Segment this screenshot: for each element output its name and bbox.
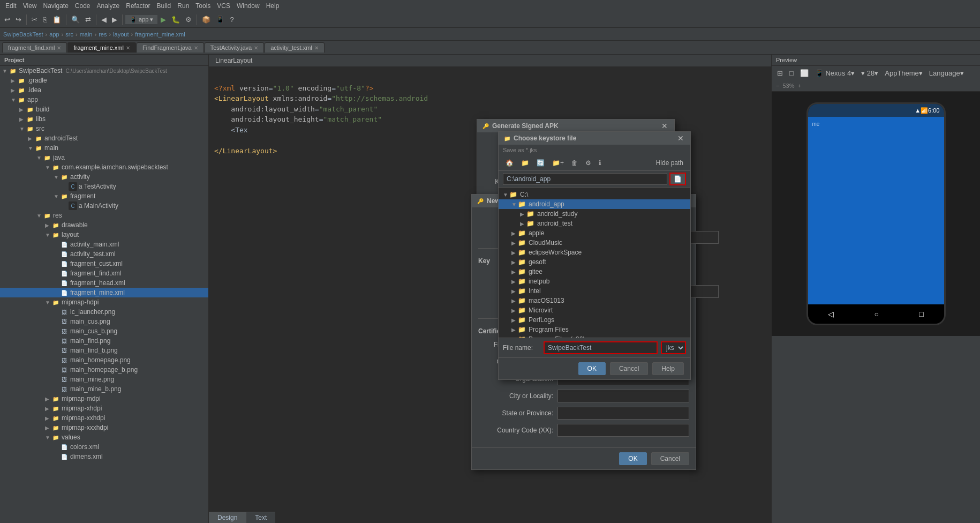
sidebar-item-main-find[interactable]: 🖼 main_find.png: [0, 336, 208, 346]
file-tree-perflogs[interactable]: ▶ 📁 PerfLogs: [499, 315, 690, 325]
sidebar-item-ic-launcher[interactable]: 🖼 ic_launcher.png: [0, 307, 208, 317]
sidebar-item-fragment-mine[interactable]: 📄 fragment_mine.xml: [0, 288, 208, 297]
toolbar-cut[interactable]: ✂: [29, 14, 40, 25]
sidebar-item-main-mine-b[interactable]: 🖼 main_mine_b.png: [0, 384, 208, 394]
preview-grid-btn[interactable]: ⊞: [775, 68, 785, 78]
toolbar-avd[interactable]: 📱: [214, 14, 227, 25]
file-toolbar-settings[interactable]: ⚙: [583, 158, 594, 168]
sidebar-item-activity-folder[interactable]: ▼ 📁 activity: [0, 172, 208, 182]
sidebar-item-layout[interactable]: ▼ 📁 layout: [0, 230, 208, 240]
choosefile-cancel-button[interactable]: Cancel: [610, 362, 648, 375]
toolbar-forward[interactable]: ▶: [110, 14, 119, 25]
sidebar-item-gradle[interactable]: ▶ 📁 .gradle: [0, 76, 208, 85]
breadcrumb-src[interactable]: src: [65, 31, 73, 38]
nav-recent-icon[interactable]: □: [919, 310, 923, 318]
menu-view[interactable]: View: [20, 1, 40, 11]
sidebar-item-activity-main[interactable]: 📄 activity_main.xml: [0, 240, 208, 249]
menu-tools[interactable]: Tools: [192, 1, 214, 11]
tab-test-activity[interactable]: TestActivity.java ✕: [205, 42, 264, 53]
tab-close-activity-test[interactable]: ✕: [314, 45, 319, 51]
sidebar-item-testactivity[interactable]: C a TestActivity: [0, 182, 208, 191]
toolbar-redo[interactable]: ↪: [13, 14, 24, 25]
file-toolbar-folder[interactable]: 📁: [518, 158, 532, 168]
file-tree-root[interactable]: ▼ 📁 C:\: [499, 190, 690, 199]
sidebar-item-main-homepage[interactable]: 🖼 main_homepage.png: [0, 355, 208, 365]
preview-api-select[interactable]: ▾ 28▾: [859, 68, 880, 78]
menu-vcs[interactable]: VCS: [214, 1, 233, 11]
menu-run[interactable]: Run: [174, 1, 192, 11]
sidebar-item-main-homepage-b[interactable]: 🖼 main_homepage_b.png: [0, 365, 208, 375]
toolbar-help[interactable]: ?: [228, 14, 236, 25]
file-tree-android-app[interactable]: ▼ 📁 android_app: [499, 199, 690, 209]
file-toolbar-new-folder[interactable]: 📁+: [549, 158, 567, 168]
file-toolbar-home[interactable]: 🏠: [503, 158, 516, 168]
sidebar-item-java[interactable]: ▼ 📁 java: [0, 153, 208, 162]
sidebar-item-main-cus[interactable]: 🖼 main_cus.png: [0, 317, 208, 326]
breadcrumb-app[interactable]: app: [49, 31, 59, 38]
sidebar-item-main-cus-b[interactable]: 🖼 main_cus_b.png: [0, 326, 208, 336]
file-path-input[interactable]: [503, 173, 667, 185]
toolbar-find[interactable]: 🔍: [69, 14, 82, 25]
file-tree-macos[interactable]: ▶ 📁 macOS1013: [499, 296, 690, 305]
choosefile-help-button[interactable]: Help: [652, 362, 684, 375]
menu-edit[interactable]: Edit: [2, 1, 20, 11]
toolbar-debug[interactable]: 🐛: [169, 14, 182, 25]
sidebar-item-drawable[interactable]: ▶ 📁 drawable: [0, 220, 208, 230]
menu-analyze[interactable]: Analyze: [94, 1, 123, 11]
sidebar-item-values[interactable]: ▼ 📁 values: [0, 432, 208, 442]
sidebar-item-colors[interactable]: 📄 colors.xml: [0, 442, 208, 452]
file-tree-program-files[interactable]: ▶ 📁 Program Files: [499, 325, 690, 334]
sidebar-item-fragment-folder[interactable]: ▼ 📁 fragment: [0, 191, 208, 201]
sidebar-item-fragment-cust[interactable]: 📄 fragment_cust.xml: [0, 259, 208, 268]
toolbar-undo[interactable]: ↩: [2, 14, 12, 25]
preview-landscape-btn[interactable]: ⬜: [798, 68, 811, 78]
apk-dialog-close[interactable]: ✕: [659, 122, 670, 130]
file-tree-android-test[interactable]: ▶ 📁 android_test: [499, 219, 690, 228]
menu-navigate[interactable]: Navigate: [40, 1, 71, 11]
tab-close-test-activity[interactable]: ✕: [254, 45, 258, 51]
file-path-browse[interactable]: 📄: [669, 173, 686, 185]
choosefile-close[interactable]: ✕: [675, 134, 686, 143]
state-input[interactable]: [557, 407, 689, 420]
tab-fragment-mine[interactable]: fragment_mine.xml ✕: [67, 42, 136, 53]
sidebar-item-app[interactable]: ▼ 📁 app: [0, 95, 208, 104]
tab-find-fragment[interactable]: FindFragment.java ✕: [137, 42, 204, 53]
toolbar-app-config[interactable]: 📱 app ▾: [125, 15, 157, 24]
menu-build[interactable]: Build: [154, 1, 175, 11]
preview-language-select[interactable]: Language▾: [927, 68, 966, 78]
tab-text[interactable]: Text: [246, 512, 275, 523]
sidebar-item-build[interactable]: ▶ 📁 build: [0, 104, 208, 114]
menu-window[interactable]: Window: [233, 1, 263, 11]
sidebar-item-idea[interactable]: ▶ 📁 .idea: [0, 85, 208, 95]
tab-close-find-fragment[interactable]: ✕: [194, 45, 198, 51]
sidebar-item-mainactivity[interactable]: C a MainActivity: [0, 201, 208, 211]
new-key-ok-button[interactable]: OK: [619, 452, 646, 465]
sidebar-item-mipmap-mdpi[interactable]: ▶ 📁 mipmap-mdpi: [0, 394, 208, 404]
breadcrumb-file[interactable]: fragment_mine.xml: [135, 31, 185, 38]
breadcrumb-main[interactable]: main: [80, 31, 93, 38]
sidebar-item-mipmap-xxhdpi[interactable]: ▶ 📁 mipmap-xxhdpi: [0, 413, 208, 423]
sidebar-item-res[interactable]: ▼ 📁 res: [0, 211, 208, 220]
choose-keystore-dialog[interactable]: 📁 Choose keystore file ✕ Save as *.jks 🏠…: [498, 131, 691, 380]
sidebar-item-mipmap-xxxhdpi[interactable]: ▶ 📁 mipmap-xxxhdpi: [0, 423, 208, 432]
file-tree-intel[interactable]: ▶ 📁 Intel: [499, 286, 690, 296]
file-ext-select[interactable]: jks: [661, 341, 686, 354]
toolbar-paste[interactable]: 📋: [50, 14, 63, 25]
file-toolbar-refresh[interactable]: 🔄: [534, 158, 547, 168]
sidebar-item-dimens[interactable]: 📄 dimens.xml: [0, 452, 208, 461]
toolbar-run[interactable]: ▶: [159, 14, 168, 25]
choosefile-ok-button[interactable]: OK: [578, 362, 606, 375]
file-toolbar-delete[interactable]: 🗑: [569, 158, 581, 168]
sidebar-item-main[interactable]: ▼ 📁 main: [0, 143, 208, 153]
preview-theme-select[interactable]: AppTheme▾: [883, 68, 925, 78]
breadcrumb-res[interactable]: res: [99, 31, 107, 38]
toolbar-back[interactable]: ◀: [99, 14, 109, 25]
generate-signed-apk-title-bar[interactable]: 🔑 Generate Signed APK ✕: [477, 119, 674, 132]
file-tree-cloudmusic[interactable]: ▶ 📁 CloudMusic: [499, 238, 690, 248]
nav-home-icon[interactable]: ○: [875, 310, 879, 318]
sidebar-item-activity-test[interactable]: 📄 activity_test.xml: [0, 249, 208, 259]
toolbar-replace[interactable]: ⇄: [83, 14, 93, 25]
preview-device-select[interactable]: 📱 Nexus 4▾: [813, 68, 857, 78]
tab-design[interactable]: Design: [209, 512, 246, 523]
file-tree-eclipse[interactable]: ▶ 📁 eclipseWorkSpace: [499, 248, 690, 257]
